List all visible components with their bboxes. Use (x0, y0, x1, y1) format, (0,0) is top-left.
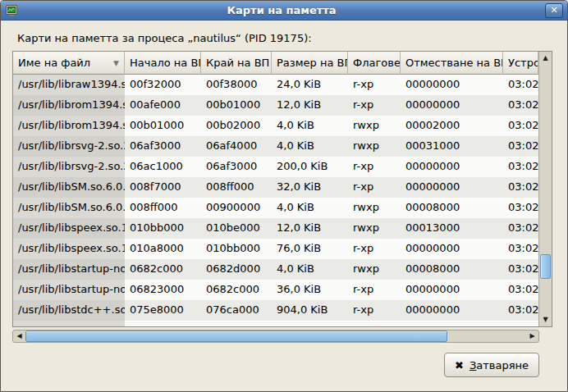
table-cell: 0682d000 (201, 259, 272, 280)
table-cell: 03:02 (503, 95, 538, 116)
table-cell: 03:02 (503, 300, 538, 321)
table-cell: 76,0 KiB (272, 239, 348, 259)
table-cell: 008ff000 (125, 198, 201, 218)
close-dialog-button[interactable]: ✖ Затваряне (444, 353, 539, 377)
table-cell: 03:02 (503, 218, 538, 239)
table-row[interactable]: /usr/lib/libstartup-not0682c0000682d0004… (13, 259, 538, 280)
table-cell (13, 321, 125, 326)
table-cell (348, 321, 401, 326)
table-cell: 00900000 (201, 198, 272, 218)
table-cell (503, 321, 538, 326)
scroll-right-icon[interactable]: ▶ (526, 330, 538, 342)
table-cell: 010bb000 (125, 218, 201, 239)
horizontal-scrollbar-thumb[interactable] (25, 330, 447, 342)
table-cell: r-xp (348, 157, 401, 177)
table-cell: 075e8000 (125, 300, 201, 321)
table-row[interactable]: /usr/lib/libSM.so.6.0.0008f7000008ff0003… (13, 177, 538, 198)
table-cell: 00afe000 (125, 95, 201, 116)
table-cell: 00b01000 (201, 95, 272, 116)
table-cell: r-xp (348, 239, 401, 259)
table-cell: /usr/lib/librom1394.s (13, 116, 125, 136)
table-row[interactable]: /usr/lib/librsvg-2.so.206af300006af40004… (13, 136, 538, 157)
table-cell (272, 321, 348, 326)
sort-descending-icon: ▼ (110, 59, 119, 67)
table-row[interactable]: /usr/lib/libstdc++.so.075e8000076ca00090… (13, 300, 538, 321)
table-cell: 076ca000 (201, 300, 272, 321)
table-cell: rwxp (348, 116, 401, 136)
table-cell: 32,0 KiB (272, 177, 348, 198)
column-header-6[interactable]: Отместване на ВП (401, 52, 503, 75)
table-cell: 00013000 (401, 218, 503, 239)
table-cell: 12,0 KiB (272, 218, 348, 239)
table-cell: 00031000 (401, 136, 503, 157)
table-row[interactable]: /usr/lib/libspeex.so.1010bb000010be00012… (13, 218, 538, 239)
table-cell: /usr/lib/libspeex.so.1 (13, 218, 125, 239)
table-scroll-area[interactable]: Име на файл▼Начало на ВПКрай на ВПРазмер… (13, 52, 538, 326)
column-header-5[interactable]: Флагове (348, 52, 401, 75)
scroll-up-icon[interactable]: ▲ (539, 52, 552, 65)
column-header-2[interactable]: Начало на ВП (125, 52, 201, 75)
memory-maps-table: Име на файл▼Начало на ВПКрай на ВПРазмер… (12, 51, 552, 327)
table-row[interactable]: /usr/lib/libstartup-not068230000682c0003… (13, 280, 538, 300)
table-cell: 4,0 KiB (272, 116, 348, 136)
table-cell (125, 321, 201, 326)
table-cell: /usr/lib/libSM.so.6.0.0 (13, 198, 125, 218)
table-cell: 36,0 KiB (272, 280, 348, 300)
table-row[interactable]: /usr/lib/librom1394.s00afe00000b0100012,… (13, 95, 538, 116)
table-cell: r-xp (348, 300, 401, 321)
table-cell: rwxp (348, 136, 401, 157)
table-cell: 008ff000 (201, 177, 272, 198)
process-maps-heading: Карти на паметта за процеса „nautilus“ (… (17, 32, 312, 44)
table-cell: 0682c000 (201, 280, 272, 300)
table-cell: 00f38000 (201, 75, 272, 95)
table-header-row: Име на файл▼Начало на ВПКрай на ВПРазмер… (13, 52, 538, 75)
table-cell: 00b02000 (201, 116, 272, 136)
table-cell: 4,0 KiB (272, 259, 348, 280)
scroll-left-icon[interactable]: ◀ (13, 330, 25, 342)
table-cell: rwxp (348, 218, 401, 239)
horizontal-scrollbar[interactable]: ◀ ▶ (12, 330, 539, 343)
table-cell: 03:02 (503, 177, 538, 198)
table-cell: 0682c000 (125, 259, 201, 280)
scroll-down-icon[interactable]: ▼ (539, 313, 552, 326)
table-cell: /usr/lib/libspeex.so.1 (13, 239, 125, 259)
titlebar[interactable]: Карти на паметта ✕ (1, 1, 567, 21)
table-cell: 00000000 (401, 75, 503, 95)
table-cell: 00000000 (401, 157, 503, 177)
table-row[interactable]: /usr/lib/librom1394.s00b0100000b020004,0… (13, 116, 538, 136)
table-cell: /usr/lib/libstartup-not (13, 259, 125, 280)
system-monitor-icon (5, 4, 18, 17)
table-cell: 06823000 (125, 280, 201, 300)
table-row[interactable]: /usr/lib/libraw1394.s00f3200000f3800024,… (13, 75, 538, 95)
window-title: Карти на паметта (21, 4, 542, 16)
vertical-scrollbar-thumb[interactable] (540, 254, 551, 279)
table-cell: 06af3000 (125, 136, 201, 157)
table-cell: 03:02 (503, 75, 538, 95)
column-header-4[interactable]: Размер на ВП (272, 52, 348, 75)
column-header-7[interactable]: Устройство (503, 52, 538, 75)
table-cell: /usr/lib/libraw1394.s (13, 75, 125, 95)
table-cell: 200,0 KiB (272, 157, 348, 177)
table-cell: 03:02 (503, 259, 538, 280)
vertical-scrollbar[interactable]: ▲ ▼ (538, 52, 552, 326)
table-cell: 00008000 (401, 259, 503, 280)
table-cell: 00000000 (401, 95, 503, 116)
table-cell: r-xp (348, 75, 401, 95)
table-cell: r-xp (348, 280, 401, 300)
table-cell: rwxp (348, 198, 401, 218)
table-row[interactable]: /usr/lib/libspeex.so.1010a8000010bb00076… (13, 239, 538, 259)
table-cell: 03:02 (503, 239, 538, 259)
table-cell: r-xp (348, 177, 401, 198)
table-row[interactable]: /usr/lib/libSM.so.6.0.0008ff000009000004… (13, 198, 538, 218)
table-cell: 06ac1000 (125, 157, 201, 177)
table-cell: 03:02 (503, 116, 538, 136)
close-button-label: Затваряне (470, 359, 529, 371)
window-close-icon[interactable]: ✕ (545, 3, 563, 18)
column-header-3[interactable]: Край на ВП (201, 52, 272, 75)
table-row[interactable]: /usr/lib/librsvg-2.so.206ac100006af30002… (13, 157, 538, 177)
table-cell: 00000000 (401, 280, 503, 300)
table-cell: 010a8000 (125, 239, 201, 259)
table-row[interactable] (13, 321, 538, 326)
column-header-1[interactable]: Име на файл▼ (13, 52, 125, 75)
table-body: /usr/lib/libraw1394.s00f3200000f3800024,… (13, 75, 538, 326)
